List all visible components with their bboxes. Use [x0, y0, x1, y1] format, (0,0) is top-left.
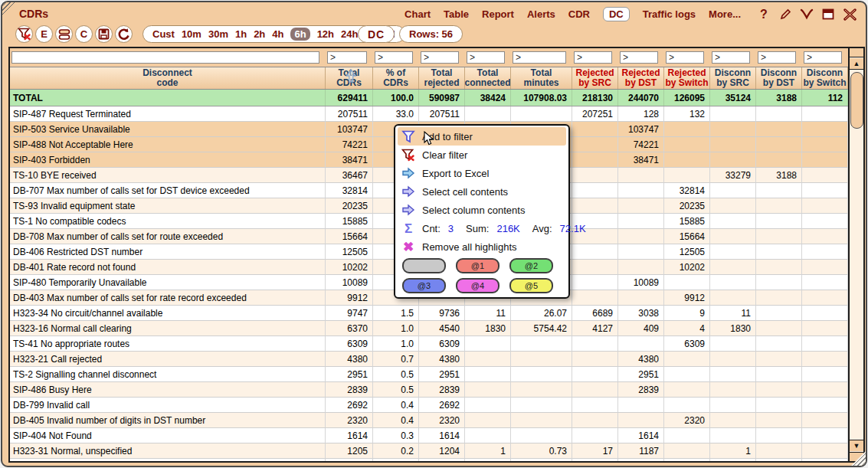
scroll-down-button[interactable]: ▼: [850, 440, 863, 451]
value-cell[interactable]: [465, 106, 511, 122]
value-cell[interactable]: 17: [572, 443, 618, 459]
disconnect-code-cell[interactable]: H323-16 Normal call clearing: [10, 321, 326, 336]
value-cell[interactable]: [572, 183, 618, 198]
column-header-total-cdrs[interactable]: TotalCDRs: [326, 67, 373, 89]
value-cell[interactable]: [618, 183, 664, 198]
value-cell[interactable]: 1614: [419, 428, 465, 443]
disconnect-code-cell[interactable]: SIP-488 Not Acceptable Here: [10, 137, 326, 152]
value-cell[interactable]: [802, 168, 848, 183]
value-cell[interactable]: 0.2: [373, 459, 419, 461]
value-cell[interactable]: [618, 398, 664, 413]
value-cell[interactable]: [664, 352, 710, 367]
value-cell[interactable]: 207511: [419, 106, 465, 122]
nav-item-more-[interactable]: More...: [709, 8, 741, 20]
value-cell[interactable]: 4380: [419, 352, 465, 367]
value-cell[interactable]: 15664: [326, 229, 373, 244]
refresh-icon[interactable]: [115, 25, 133, 43]
value-cell[interactable]: [465, 382, 511, 398]
column-header-disconn-bysrc[interactable]: Disconnby SRC: [710, 67, 756, 89]
value-cell[interactable]: 12505: [326, 244, 373, 260]
value-cell[interactable]: [572, 244, 618, 260]
value-cell[interactable]: [802, 321, 848, 336]
value-cell[interactable]: [802, 214, 848, 229]
value-cell[interactable]: 2951: [326, 367, 373, 382]
value-cell[interactable]: [756, 137, 802, 152]
value-cell[interactable]: 38471: [326, 152, 373, 168]
disconnect-code-cell[interactable]: SIP-404 Not Found: [10, 428, 326, 443]
value-cell[interactable]: 6370: [326, 321, 373, 336]
value-cell[interactable]: [618, 260, 664, 275]
value-cell[interactable]: [710, 183, 756, 198]
value-cell[interactable]: 15885: [664, 214, 710, 229]
filter-clear-icon[interactable]: [15, 25, 33, 43]
value-cell[interactable]: [618, 229, 664, 244]
value-cell[interactable]: [618, 413, 664, 428]
value-cell[interactable]: 6309: [664, 336, 710, 352]
value-cell[interactable]: [802, 398, 848, 413]
value-cell[interactable]: [756, 382, 802, 398]
value-cell[interactable]: [664, 428, 710, 443]
value-cell[interactable]: 12505: [664, 244, 710, 260]
save-icon[interactable]: [95, 25, 113, 43]
value-cell[interactable]: 2839: [419, 382, 465, 398]
disconnect-code-cell[interactable]: SIP-403 Forbidden: [10, 152, 326, 168]
value-cell[interactable]: [710, 214, 756, 229]
filter-input[interactable]: [513, 51, 566, 64]
value-cell[interactable]: 32814: [664, 183, 710, 198]
time-range-4h[interactable]: 4h: [272, 28, 283, 40]
value-cell[interactable]: 11: [710, 306, 756, 321]
column-header-total-minutes[interactable]: Totalminutes: [511, 67, 572, 89]
value-cell[interactable]: [664, 137, 710, 152]
value-cell[interactable]: [710, 398, 756, 413]
value-cell[interactable]: 0.2: [373, 443, 419, 459]
value-cell[interactable]: 1143: [326, 459, 373, 461]
value-cell[interactable]: [756, 244, 802, 260]
value-cell[interactable]: [802, 275, 848, 290]
value-cell[interactable]: [710, 260, 756, 275]
value-cell[interactable]: [756, 290, 802, 306]
value-cell[interactable]: [465, 413, 511, 428]
value-cell[interactable]: 2692: [419, 398, 465, 413]
value-cell[interactable]: [802, 306, 848, 321]
value-cell[interactable]: 132: [664, 106, 710, 122]
value-cell[interactable]: 11: [465, 306, 511, 321]
value-cell[interactable]: [756, 275, 802, 290]
value-cell[interactable]: 5754.42: [511, 321, 572, 336]
value-cell[interactable]: [572, 459, 618, 461]
value-cell[interactable]: [756, 260, 802, 275]
value-cell[interactable]: 10202: [326, 260, 373, 275]
value-cell[interactable]: 1614: [618, 428, 664, 443]
value-cell[interactable]: [465, 336, 511, 352]
value-cell[interactable]: 0.5: [373, 367, 419, 382]
value-cell[interactable]: [511, 336, 572, 352]
chevron-v-icon[interactable]: [800, 8, 814, 21]
disconnect-code-cell[interactable]: DB-406 Restricted DST number: [10, 244, 326, 260]
value-cell[interactable]: 26.07: [511, 306, 572, 321]
value-cell[interactable]: [465, 459, 511, 461]
value-cell[interactable]: 6309: [326, 336, 373, 352]
value-cell[interactable]: [664, 443, 710, 459]
value-cell[interactable]: [756, 198, 802, 214]
letter-c-icon[interactable]: C: [75, 25, 93, 43]
value-cell[interactable]: 2839: [618, 382, 664, 398]
nav-item-alerts[interactable]: Alerts: [527, 8, 555, 20]
value-cell[interactable]: [618, 290, 664, 306]
value-cell[interactable]: [802, 260, 848, 275]
value-cell[interactable]: 0.4: [373, 398, 419, 413]
value-cell[interactable]: 2951: [419, 367, 465, 382]
value-cell[interactable]: [511, 382, 572, 398]
value-cell[interactable]: [618, 214, 664, 229]
value-cell[interactable]: [802, 198, 848, 214]
value-cell[interactable]: [618, 168, 664, 183]
filter-input-main[interactable]: [11, 51, 319, 64]
value-cell[interactable]: [664, 122, 710, 137]
scroll-up-button[interactable]: ▲: [850, 58, 863, 70]
value-cell[interactable]: [710, 106, 756, 122]
value-cell[interactable]: [511, 413, 572, 428]
table-row[interactable]: DB-405 Invalid number of digits in DST n…: [10, 413, 848, 428]
highlight-color-button-3[interactable]: @3: [402, 278, 446, 293]
value-cell[interactable]: [572, 168, 618, 183]
value-cell[interactable]: [664, 152, 710, 168]
value-cell[interactable]: 0.73: [511, 443, 572, 459]
time-range-12h[interactable]: 12h: [317, 28, 334, 40]
